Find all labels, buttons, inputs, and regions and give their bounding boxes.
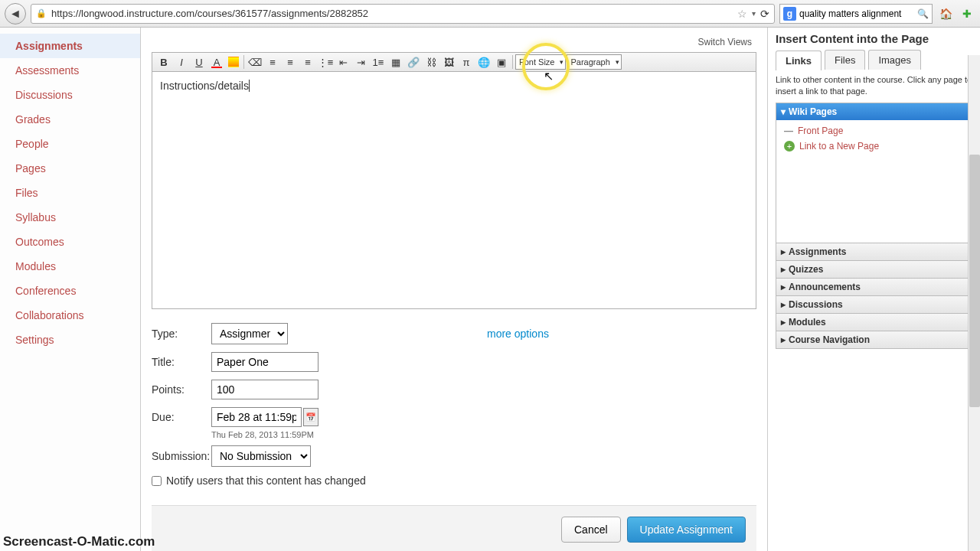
url-bar[interactable]: 🔒 https://longwood.instructure.com/cours…: [31, 4, 775, 24]
bold-button[interactable]: B: [155, 54, 172, 70]
sidebar-item-conferences[interactable]: Conferences: [0, 279, 140, 303]
sidebar-item-grades[interactable]: Grades: [0, 107, 140, 132]
image-button[interactable]: 🖼: [440, 54, 457, 70]
update-assignment-button[interactable]: Update Assignment: [627, 517, 746, 543]
submission-label: Submission:: [152, 450, 211, 462]
panel-hint: Link to other content in the course. Cli…: [776, 74, 972, 98]
align-right-button[interactable]: ≡: [299, 54, 316, 70]
acc-announcements[interactable]: ▸Announcements: [776, 278, 972, 295]
equation-button[interactable]: π: [458, 54, 475, 70]
addon-icon[interactable]: ✚: [959, 5, 975, 22]
insert-content-panel: Insert Content into the Page Links Files…: [767, 28, 980, 551]
acc-wiki-pages[interactable]: ▾Wiki Pages: [776, 103, 972, 120]
text-color-button[interactable]: A: [208, 54, 225, 70]
type-select[interactable]: Assignment: [211, 323, 288, 344]
cancel-button[interactable]: Cancel: [561, 517, 621, 543]
type-label: Type:: [152, 328, 211, 340]
tab-links[interactable]: Links: [776, 51, 822, 70]
bullet-list-button[interactable]: ⋮≡: [317, 54, 334, 70]
acc-quizzes[interactable]: ▸Quizzes: [776, 260, 972, 278]
acc-assignments[interactable]: ▸Assignments: [776, 243, 972, 260]
sidebar-item-settings[interactable]: Settings: [0, 328, 140, 352]
italic-button[interactable]: I: [173, 54, 190, 70]
sidebar-item-pages[interactable]: Pages: [0, 156, 140, 181]
lock-icon: 🔒: [36, 8, 47, 18]
sidebar-item-collaborations[interactable]: Collaborations: [0, 303, 140, 328]
align-left-button[interactable]: ≡: [264, 54, 281, 70]
panel-title: Insert Content into the Page: [776, 32, 972, 45]
chevron-right-icon: ▸: [781, 246, 786, 257]
sidebar-item-people[interactable]: People: [0, 132, 140, 156]
watermark: Screencast-O-Matic.com: [3, 534, 155, 549]
title-label: Title:: [152, 356, 211, 368]
dash-icon: —: [784, 126, 793, 136]
acc-modules[interactable]: ▸Modules: [776, 313, 972, 331]
acc-discussions[interactable]: ▸Discussions: [776, 295, 972, 313]
scroll-thumb[interactable]: [969, 155, 980, 407]
editor-toolbar: B I U A ⌫ ≡ ≡ ≡ ⋮≡ ⇤ ⇥ 1≡ ▦ 🔗 ⛓ 🖼 π 🌐 ▣ …: [152, 52, 756, 72]
page-scrollbar[interactable]: [968, 55, 980, 551]
title-input[interactable]: [211, 352, 318, 372]
sidebar-item-files[interactable]: Files: [0, 181, 140, 205]
notify-checkbox[interactable]: [152, 476, 162, 486]
outdent-button[interactable]: ⇤: [335, 54, 351, 70]
due-label: Due:: [152, 411, 211, 423]
indent-button[interactable]: ⇥: [352, 54, 369, 70]
number-list-button[interactable]: 1≡: [370, 54, 387, 70]
due-input[interactable]: [211, 407, 302, 427]
tab-images[interactable]: Images: [868, 50, 921, 70]
acc-course-nav[interactable]: ▸Course Navigation: [776, 331, 972, 348]
google-icon: g: [783, 7, 796, 21]
search-icon[interactable]: 🔍: [917, 8, 929, 19]
sidebar-item-assignments[interactable]: Assignments: [0, 34, 140, 58]
switch-views-link[interactable]: Switch Views: [152, 35, 756, 49]
dropdown-icon[interactable]: ▾: [752, 9, 756, 18]
sidebar-item-outcomes[interactable]: Outcomes: [0, 230, 140, 254]
chevron-down-icon: ▾: [781, 106, 786, 117]
calendar-icon[interactable]: 📅: [303, 408, 318, 426]
unlink-button[interactable]: ⛓: [423, 54, 439, 70]
tab-files[interactable]: Files: [825, 50, 865, 70]
paragraph-dropdown[interactable]: Paragraph: [567, 54, 621, 70]
sidebar-item-syllabus[interactable]: Syllabus: [0, 205, 140, 230]
embed-button[interactable]: 🌐: [475, 54, 492, 70]
underline-button[interactable]: U: [191, 54, 207, 70]
links-accordion: ▾Wiki Pages —Front Page +Link to a New P…: [776, 103, 972, 349]
chevron-right-icon: ▸: [781, 334, 786, 345]
chevron-right-icon: ▸: [781, 317, 786, 328]
points-label: Points:: [152, 383, 211, 396]
browser-search[interactable]: g 🔍: [779, 4, 933, 24]
font-size-dropdown[interactable]: Font Size: [515, 54, 566, 70]
bookmark-star-icon[interactable]: ☆: [737, 8, 747, 20]
clear-format-button[interactable]: ⌫: [247, 54, 263, 70]
sidebar-item-modules[interactable]: Modules: [0, 254, 140, 279]
browser-toolbar: ◄ 🔒 https://longwood.instructure.com/cou…: [0, 0, 980, 28]
editor-content: Instructions/details: [160, 80, 249, 92]
button-row: Cancel Update Assignment: [152, 505, 756, 551]
link-front-page[interactable]: —Front Page: [776, 123, 972, 139]
assignment-form: Type: Assignment more options Title: Poi…: [152, 323, 756, 487]
link-new-page[interactable]: +Link to a New Page: [776, 139, 972, 154]
record-button[interactable]: ▣: [493, 54, 510, 70]
submission-select[interactable]: No Submission: [211, 445, 311, 467]
course-sidebar: Assignments Assessments Discussions Grad…: [0, 28, 141, 551]
chevron-right-icon: ▸: [781, 282, 786, 292]
sidebar-item-assessments[interactable]: Assessments: [0, 58, 140, 83]
chevron-right-icon: ▸: [781, 264, 786, 275]
reload-icon[interactable]: ⟳: [760, 8, 769, 20]
home-icon[interactable]: 🏠: [937, 5, 954, 22]
points-input[interactable]: [211, 380, 318, 399]
rich-text-editor[interactable]: Instructions/details: [152, 72, 756, 309]
more-options-link[interactable]: more options: [487, 328, 549, 340]
align-center-button[interactable]: ≡: [282, 54, 299, 70]
bg-color-button[interactable]: [228, 57, 239, 67]
back-button[interactable]: ◄: [5, 3, 26, 24]
due-hint: Thu Feb 28, 2013 11:59PM: [211, 430, 756, 439]
link-button[interactable]: 🔗: [405, 54, 422, 70]
notify-label: Notify users that this content has chang…: [166, 474, 366, 487]
sidebar-item-discussions[interactable]: Discussions: [0, 83, 140, 107]
chevron-right-icon: ▸: [781, 299, 786, 310]
search-input[interactable]: [799, 8, 914, 19]
table-button[interactable]: ▦: [387, 54, 404, 70]
plus-icon: +: [784, 141, 795, 152]
